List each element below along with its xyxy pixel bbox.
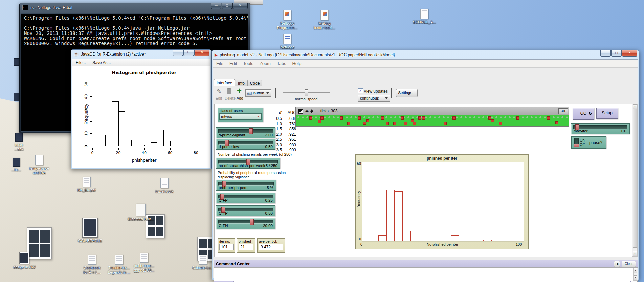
trash-icon[interactable]: [227, 88, 231, 94]
menu-tabs[interactable]: Tabs: [274, 61, 289, 66]
widget-type-dropdown[interactable]: abc Button: [245, 89, 271, 97]
scroll-down-arrow[interactable]: ▼: [634, 275, 637, 280]
minimize-button[interactable]: —: [211, 3, 221, 9]
split-view-icon[interactable]: ◨: [614, 261, 620, 267]
desktop-icon[interactable]: SCONUL_A...: [409, 9, 439, 24]
slider-track[interactable]: [218, 220, 273, 224]
menu-item[interactable]: Save As...: [89, 60, 114, 65]
scroll-up-arrow[interactable]: ▲: [633, 104, 637, 109]
javagd-window[interactable]: ☕ JavaGD for R-Extension (2) *active* — …: [71, 49, 212, 169]
scroll-thumb[interactable]: [633, 109, 637, 248]
turtle-agent: [434, 116, 436, 118]
go-button[interactable]: GO↻: [573, 108, 594, 120]
switch-off-label: Off: [580, 143, 584, 147]
desktop-icon-label: travel work: [150, 189, 179, 194]
pencil-icon[interactable]: ✎: [217, 88, 221, 95]
netlogo-window[interactable]: ▶ phishing_model_v2 - NetLogo {C:\Users\…: [212, 50, 639, 280]
desktop-icon[interactable]: GGL-BEAGLE: [75, 218, 105, 243]
update-mode-dropdown[interactable]: continuous: [358, 95, 390, 102]
command-center-header[interactable]: Command Center ◨ Clear: [214, 260, 638, 268]
turtle-agent: [521, 116, 524, 118]
resize-world-icon[interactable]: [298, 109, 303, 114]
desktop-icon[interactable]: design in NW: [9, 252, 39, 269]
slider-C-FN[interactable]: C-FN20.00: [216, 218, 275, 229]
vertical-scrollbar[interactable]: ▲ ▼: [632, 104, 638, 257]
speed-slider-thumb[interactable]: [305, 89, 308, 96]
3d-button[interactable]: 3D: [558, 108, 568, 114]
slider-C-TP[interactable]: C-TP0.50: [216, 205, 275, 216]
file-icon: [140, 253, 148, 263]
desktop-icon[interactable]: Makingbetter looki...: [310, 10, 339, 30]
slider-d-prime-vigilant[interactable]: d-prime-vigilant3.00: [216, 127, 275, 138]
close-button[interactable]: ✕: [232, 3, 248, 9]
plot-histogram-bar: [419, 240, 427, 241]
r-histogram-bar: [151, 142, 157, 146]
switch-pause[interactable]: OnOffpause?: [571, 136, 606, 149]
close-button[interactable]: ✕: [622, 50, 637, 57]
turtle-agent: [478, 116, 480, 118]
desktop-icon[interactable]: temperanceand RA: [24, 155, 54, 175]
minimize-button[interactable]: —: [600, 50, 611, 57]
netlogo-titlebar[interactable]: ▶ phishing_model_v2 - NetLogo {C:\Users\…: [212, 50, 639, 59]
slider-track[interactable]: [218, 182, 274, 186]
vertical-cycle-icon[interactable]: [310, 109, 313, 113]
maximize-button[interactable]: ▢: [222, 3, 232, 9]
maximize-button[interactable]: ▢: [611, 50, 622, 57]
menu-zoom[interactable]: Zoom: [257, 61, 274, 66]
command-center-output[interactable]: ▲ ▼: [214, 267, 638, 282]
slider-max-iter[interactable]: max-iter101: [571, 123, 630, 134]
slider-track[interactable]: [573, 125, 627, 129]
scroll-up-arrow[interactable]: ▲: [634, 268, 637, 273]
settings-button[interactable]: Settings...: [396, 89, 418, 97]
slider-track[interactable]: [218, 195, 273, 198]
menu-tools[interactable]: Tools: [240, 61, 256, 66]
phished-agent: [318, 120, 321, 123]
desktop-icon[interactable]: Gloereed Holt...: [126, 204, 156, 221]
slider-prob-periph-pers[interactable]: prob-periph-pers5 %: [216, 180, 276, 191]
slider-caption: C-FP0.25: [219, 198, 273, 202]
clear-button[interactable]: Clear: [622, 261, 636, 267]
slider-no-of-spearphish-per-week[interactable]: no-of-spearphish-per-week5 / 250: [216, 158, 280, 169]
desktop-icon[interactable]: KK_EK.pdf: [72, 177, 102, 192]
slider-C-FP[interactable]: C-FP0.25: [216, 193, 275, 203]
maximize-button[interactable]: ▢: [183, 50, 194, 56]
file-icon: [136, 204, 146, 216]
world-canvas[interactable]: [296, 115, 569, 126]
desktop-icon-small[interactable]: [14, 58, 20, 66]
slider-name: prob-periph-pers: [219, 186, 247, 190]
chooser-select[interactable]: mtwos: [219, 113, 262, 120]
phished-agent: [358, 116, 361, 120]
desktop: NetLogoProgramm...Makingbetter looki...S…: [0, 0, 644, 282]
desktop-icon[interactable]: NetLogoProgramm...: [272, 10, 302, 30]
desktop-icon[interactable]: Loan...dox: [4, 133, 34, 151]
scroll-down-arrow[interactable]: ▼: [633, 251, 637, 256]
settings-button-label: Settings...: [398, 91, 415, 95]
slider-track[interactable]: [218, 129, 273, 133]
chooser-class-of-users[interactable]: class-of-usersmtwos: [218, 108, 263, 122]
slider-track[interactable]: [218, 208, 273, 211]
menu-file[interactable]: File: [213, 61, 226, 66]
turtle-agent: [482, 116, 485, 118]
menu-item[interactable]: File...: [72, 60, 89, 65]
desktop-icon-small[interactable]: [14, 93, 20, 101]
menu-help[interactable]: Help: [289, 61, 304, 66]
minimize-button[interactable]: —: [173, 50, 183, 56]
add-icon[interactable]: +: [237, 86, 242, 95]
slider-d-prime-low[interactable]: d-prime-low0.50: [216, 139, 275, 150]
file-icon: [320, 10, 329, 20]
desktop-icon[interactable]: travel work: [150, 178, 179, 194]
close-button[interactable]: ✕: [194, 50, 209, 56]
switch-handle[interactable]: [574, 144, 579, 147]
output-scrollbar[interactable]: ▲ ▼: [633, 268, 638, 281]
horizontal-cycle-icon[interactable]: ◀▶: [305, 109, 308, 113]
plot-phished-per-iter[interactable]: phished per iterfrequency5000100No phish…: [355, 154, 529, 249]
plot-area: [362, 162, 524, 242]
view-updates-checkbox[interactable]: ✓: [358, 88, 363, 93]
desktop-icon[interactable]: Cookbookfor R = L...: [77, 255, 107, 275]
desktop-icon[interactable]: guide lege...ggplot2 09...: [129, 253, 159, 273]
java-icon: ☕: [74, 52, 79, 57]
desktop-icon[interactable]: NetLogo: [272, 34, 302, 49]
menu-edit[interactable]: Edit: [226, 61, 240, 66]
setup-button[interactable]: Setup: [596, 108, 618, 119]
world-view[interactable]: ◀▶ticks: 3033D: [295, 107, 569, 127]
